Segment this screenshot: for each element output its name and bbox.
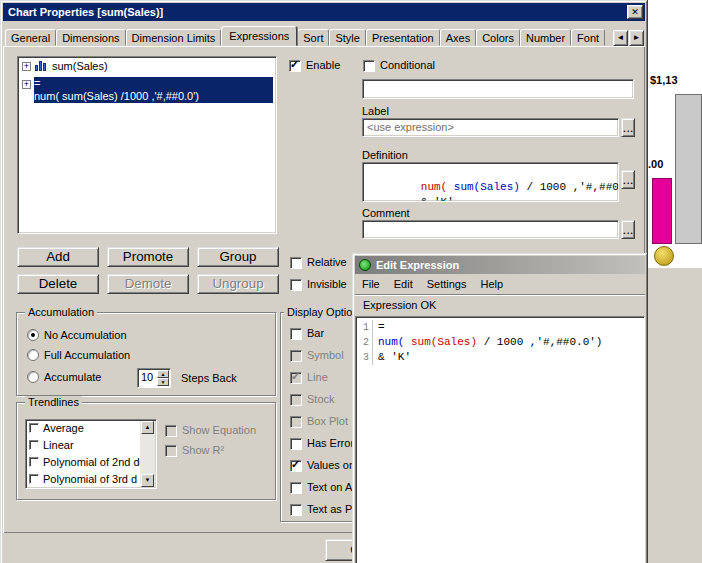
has-error-bars-checkbox[interactable]	[290, 438, 302, 450]
definition-browse-button[interactable]: ...	[621, 170, 635, 189]
polynomial3-checkbox[interactable]	[29, 474, 39, 484]
spin-down-button[interactable]: ▼	[157, 378, 169, 386]
relative-checkbox[interactable]	[290, 257, 302, 269]
add-button[interactable]: Add	[17, 247, 99, 267]
trendline-item-label[interactable]: Average	[43, 422, 84, 434]
comment-caption: Comment	[362, 207, 410, 219]
no-accumulation-radio[interactable]	[27, 329, 39, 341]
selected-expression[interactable]: = num( sum(Sales) /1000 ,'#,##0.0')	[34, 77, 273, 103]
tab-scroll-right-button[interactable]: ►	[629, 30, 644, 46]
label-browse-button[interactable]: ...	[621, 118, 635, 137]
conditional-expression-field[interactable]	[362, 79, 634, 99]
tab-number[interactable]: Number	[520, 29, 571, 46]
invisible-checkbox[interactable]	[290, 279, 302, 291]
conditional-checkbox[interactable]	[363, 60, 375, 72]
enable-checkbox[interactable]: ✓	[289, 60, 301, 72]
box-plot-checkbox[interactable]	[290, 416, 302, 428]
edit-expression-titlebar[interactable]: Edit Expression	[355, 256, 645, 274]
code-line: 3 & 'K'	[356, 350, 644, 365]
tab-font[interactable]: Font	[571, 29, 605, 46]
tab-general[interactable]: General	[5, 29, 56, 46]
values-on-data-checkbox[interactable]: ✓	[290, 460, 302, 472]
group-button[interactable]: Group	[197, 247, 279, 267]
conditional-label[interactable]: Conditional	[380, 59, 435, 71]
full-accumulation-radio[interactable]	[27, 349, 39, 361]
menu-edit[interactable]: Edit	[387, 275, 420, 293]
menu-help[interactable]: Help	[473, 275, 510, 293]
symbol-label[interactable]: Symbol	[307, 349, 344, 361]
scroll-up-button[interactable]: ▲	[141, 421, 154, 434]
tab-expressions[interactable]: Expressions	[221, 26, 297, 46]
tab-dimensions[interactable]: Dimensions	[56, 29, 125, 46]
arrow-down-icon: ▼	[145, 477, 151, 483]
tab-presentation[interactable]: Presentation	[366, 29, 440, 46]
steps-back-value[interactable]: 10	[141, 371, 153, 383]
edit-expression-title: Edit Expression	[376, 259, 459, 271]
dialog-titlebar[interactable]: Chart Properties [sum(Sales)]	[3, 3, 645, 21]
show-r2-label[interactable]: Show R²	[182, 444, 224, 456]
expression-code-editor[interactable]: 1 = 2 num( sum(Sales) / 1000 ,'#,##0.0')…	[355, 316, 645, 563]
chart-value-label-mid: .00	[648, 158, 663, 170]
full-accumulation-label[interactable]: Full Accumulation	[44, 349, 130, 361]
delete-button[interactable]: Delete	[17, 274, 99, 294]
selected-expression-line1: =	[34, 77, 273, 90]
code-line: 1 =	[356, 320, 644, 335]
menu-settings[interactable]: Settings	[420, 275, 474, 293]
line-checkbox[interactable]: ✓	[290, 372, 302, 384]
stock-label[interactable]: Stock	[307, 393, 335, 405]
tab-sort[interactable]: Sort	[297, 29, 329, 46]
text-as-popup-checkbox[interactable]	[290, 504, 302, 516]
accumulate-radio[interactable]	[27, 371, 39, 383]
yellow-sphere-icon	[654, 246, 674, 266]
chart-bar-magenta	[652, 178, 672, 244]
show-equation-label[interactable]: Show Equation	[182, 424, 256, 436]
demote-button[interactable]: Demote	[107, 274, 189, 294]
no-accumulation-label[interactable]: No Accumulation	[44, 329, 127, 341]
code-line: 2 num( sum(Sales) / 1000 ,'#,##0.0')	[356, 335, 644, 350]
box-plot-label[interactable]: Box Plot	[307, 415, 348, 427]
label-input[interactable]: <use expression>	[362, 118, 619, 137]
invisible-label[interactable]: Invisible	[307, 278, 347, 290]
tab-colors[interactable]: Colors	[476, 29, 520, 46]
scroll-down-button[interactable]: ▼	[141, 474, 154, 487]
show-equation-checkbox[interactable]	[165, 425, 177, 437]
trendline-item-label[interactable]: Polynomial of 3rd d	[43, 473, 137, 485]
promote-button[interactable]: Promote	[107, 247, 189, 267]
expand-plus-icon[interactable]: +	[22, 62, 31, 71]
spin-up-button[interactable]: ▲	[157, 370, 169, 378]
ungroup-button[interactable]: Ungroup	[197, 274, 279, 294]
bar-label[interactable]: Bar	[307, 327, 324, 339]
tab-axes[interactable]: Axes	[440, 29, 476, 46]
comment-input[interactable]	[362, 220, 619, 239]
checkmark-icon: ✓	[290, 58, 299, 71]
average-checkbox[interactable]	[29, 423, 39, 433]
tab-scroll-left-button[interactable]: ◄	[613, 30, 628, 46]
code-segment: / 1000 ,'#,##0.0')	[477, 336, 602, 348]
steps-back-spinner[interactable]: 10 ▲ ▼	[137, 368, 171, 388]
bar-checkbox[interactable]	[290, 328, 302, 340]
expressions-list[interactable]: + sum(Sales) + = num( sum(Sales) /1000 ,…	[17, 56, 277, 234]
tab-dimension-limits[interactable]: Dimension Limits	[126, 29, 222, 46]
menu-file[interactable]: File	[355, 275, 387, 293]
trendlines-list[interactable]: Average Linear Polynomial of 2nd de Poly…	[25, 419, 157, 489]
definition-editor[interactable]: num( sum(Sales) / 1000 ,'#,##0.0') & 'K'	[362, 162, 619, 202]
symbol-checkbox[interactable]	[290, 350, 302, 362]
expand-plus-icon[interactable]: +	[22, 80, 31, 89]
tab-style[interactable]: Style	[329, 29, 365, 46]
stock-checkbox[interactable]	[290, 394, 302, 406]
trendline-item-label[interactable]: Linear	[43, 439, 74, 451]
trendlines-scrollbar[interactable]: ▲ ▼	[140, 421, 155, 487]
line-label[interactable]: Line	[307, 371, 328, 383]
menu-separator	[355, 294, 645, 296]
enable-label[interactable]: Enable	[306, 59, 340, 71]
polynomial2-checkbox[interactable]	[29, 457, 39, 467]
accumulate-label[interactable]: Accumulate	[44, 371, 101, 383]
show-r2-checkbox[interactable]	[165, 445, 177, 457]
linear-checkbox[interactable]	[29, 440, 39, 450]
trendline-item-label[interactable]: Polynomial of 2nd de	[43, 456, 146, 468]
text-on-axis-checkbox[interactable]	[290, 482, 302, 494]
close-button[interactable]: ✕	[627, 5, 643, 19]
comment-browse-button[interactable]: ...	[621, 220, 635, 239]
relative-label[interactable]: Relative	[307, 256, 347, 268]
ellipsis-icon: ...	[622, 172, 633, 187]
